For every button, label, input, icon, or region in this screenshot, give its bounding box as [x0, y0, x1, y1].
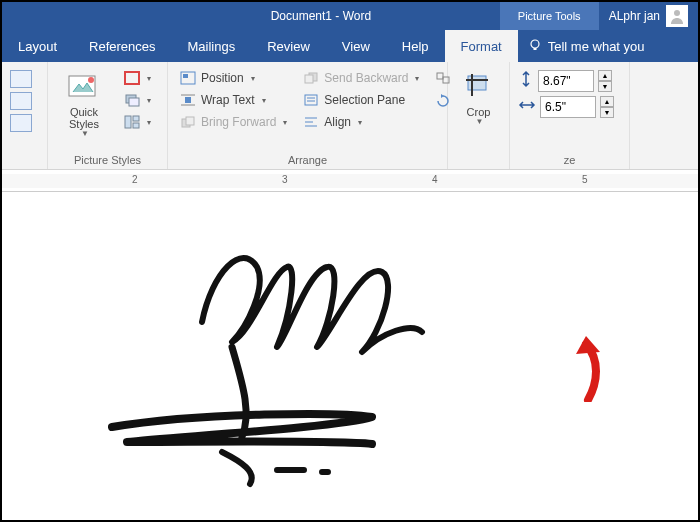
arrange-group-label: Arrange [168, 154, 447, 166]
tab-help[interactable]: Help [386, 30, 445, 62]
svg-rect-20 [305, 95, 317, 105]
height-row: ▲▼ [518, 70, 621, 92]
title-bar: Document1 - Word Picture Tools ALphr jan [2, 2, 698, 30]
svg-rect-17 [186, 117, 194, 125]
align-label: Align [324, 115, 351, 129]
bring-forward-icon [180, 114, 196, 130]
bring-forward-button[interactable]: Bring Forward▾ [176, 112, 291, 132]
reset-picture-icon[interactable] [10, 114, 32, 132]
wrap-text-button[interactable]: Wrap Text▾ [176, 90, 291, 110]
tell-me-search[interactable]: Tell me what you [518, 30, 698, 62]
ribbon-tabs: Layout References Mailings Review View H… [2, 30, 698, 62]
width-icon [518, 97, 536, 117]
svg-point-4 [88, 77, 94, 83]
svg-rect-8 [125, 116, 131, 128]
contextual-tab-label: Picture Tools [500, 2, 599, 30]
width-row: ▲▼ [518, 96, 621, 118]
compress-pictures-icon[interactable] [10, 70, 32, 88]
effects-icon [124, 92, 140, 108]
svg-rect-26 [437, 73, 443, 79]
send-backward-icon [303, 70, 319, 86]
position-icon [180, 70, 196, 86]
wrap-text-icon [180, 92, 196, 108]
align-icon [303, 114, 319, 130]
svg-point-0 [674, 10, 680, 16]
ruler-mark: 4 [432, 174, 438, 185]
send-backward-button[interactable]: Send Backward▾ [299, 68, 423, 88]
chevron-down-icon: ▼ [81, 130, 89, 139]
lightbulb-icon [528, 38, 542, 55]
picture-layout-button[interactable]: ▾ [120, 112, 155, 132]
annotation-arrow-icon [558, 332, 608, 406]
tab-view[interactable]: View [326, 30, 386, 62]
picture-styles-group: Quick Styles ▼ ▾ ▾ ▾ Picture Styles [48, 62, 168, 169]
ruler-mark: 2 [132, 174, 138, 185]
crop-button[interactable]: Crop ▼ [456, 66, 501, 169]
width-spin-up[interactable]: ▲ [600, 96, 614, 107]
size-group-label: ze [510, 154, 629, 166]
height-spin-up[interactable]: ▲ [598, 70, 612, 81]
svg-rect-5 [125, 72, 139, 84]
svg-rect-7 [129, 98, 139, 106]
tab-layout[interactable]: Layout [2, 30, 73, 62]
border-icon [124, 70, 140, 86]
selection-pane-label: Selection Pane [324, 93, 405, 107]
svg-rect-9 [133, 116, 139, 121]
svg-rect-2 [533, 48, 536, 50]
width-spin-down[interactable]: ▼ [600, 107, 614, 118]
tab-review[interactable]: Review [251, 30, 326, 62]
send-backward-label: Send Backward [324, 71, 408, 85]
svg-rect-12 [183, 74, 188, 78]
width-input[interactable] [540, 96, 596, 118]
horizontal-ruler[interactable]: 2 3 4 5 [2, 170, 698, 192]
height-icon [518, 70, 534, 92]
svg-point-1 [531, 40, 539, 48]
user-avatar-icon[interactable] [666, 5, 688, 27]
tab-mailings[interactable]: Mailings [172, 30, 252, 62]
document-canvas[interactable] [2, 192, 698, 522]
tab-format[interactable]: Format [445, 30, 518, 62]
picture-effects-button[interactable]: ▾ [120, 90, 155, 110]
chevron-down-icon: ▼ [476, 118, 484, 127]
crop-icon [462, 70, 496, 104]
ruler-mark: 3 [282, 174, 288, 185]
layout-icon [124, 114, 140, 130]
picture-styles-group-label: Picture Styles [48, 154, 167, 166]
size-group: ▲▼ ▲▼ ze [510, 62, 630, 169]
bring-forward-label: Bring Forward [201, 115, 276, 129]
align-button[interactable]: Align▾ [299, 112, 423, 132]
picture-border-button[interactable]: ▾ [120, 68, 155, 88]
quick-styles-icon [67, 70, 101, 104]
adjust-group [2, 62, 48, 169]
tab-references[interactable]: References [73, 30, 171, 62]
selection-pane-icon [303, 92, 319, 108]
arrange-group: Position▾ Wrap Text▾ Bring Forward▾ Send… [168, 62, 448, 169]
height-input[interactable] [538, 70, 594, 92]
user-name: ALphr jan [609, 9, 660, 23]
position-button[interactable]: Position▾ [176, 68, 291, 88]
wrap-text-label: Wrap Text [201, 93, 255, 107]
crop-group: Crop ▼ [448, 62, 510, 169]
selection-pane-button[interactable]: Selection Pane [299, 90, 423, 110]
user-area[interactable]: ALphr jan [599, 5, 698, 27]
ruler-mark: 5 [582, 174, 588, 185]
quick-styles-label: Quick Styles [69, 106, 99, 130]
svg-rect-13 [185, 97, 191, 103]
tell-me-label: Tell me what you [548, 39, 645, 54]
change-picture-icon[interactable] [10, 92, 32, 110]
ribbon: Quick Styles ▼ ▾ ▾ ▾ Picture Styles Posi… [2, 62, 698, 170]
svg-rect-19 [305, 75, 313, 83]
height-spin-down[interactable]: ▼ [598, 81, 612, 92]
svg-rect-10 [133, 123, 139, 128]
signature-image[interactable] [82, 212, 502, 496]
svg-rect-28 [468, 76, 486, 90]
document-title: Document1 - Word [2, 9, 500, 23]
position-label: Position [201, 71, 244, 85]
